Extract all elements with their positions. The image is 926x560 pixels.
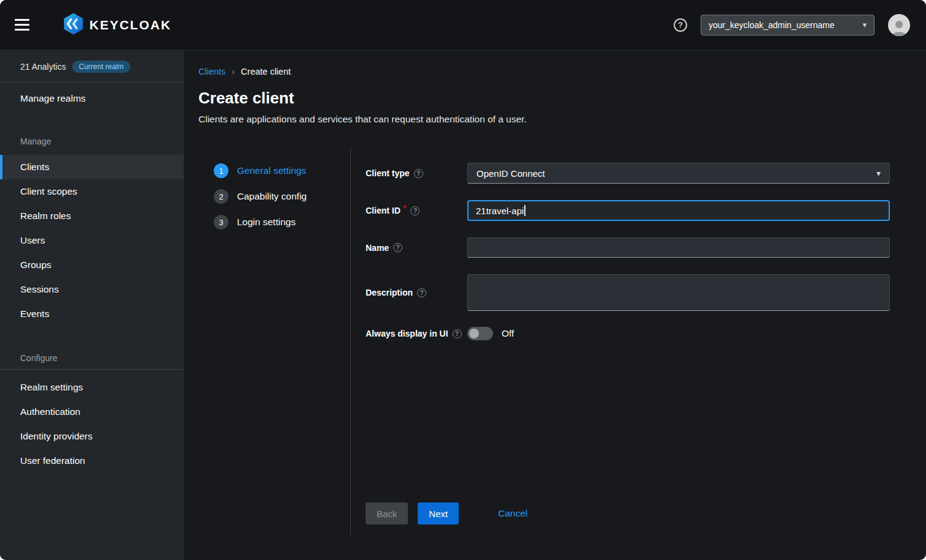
toggle-state-label: Off bbox=[502, 328, 514, 339]
description-row: Description ? bbox=[366, 274, 890, 311]
wizard-step-general-settings[interactable]: 1 General settings bbox=[214, 163, 350, 178]
always-display-toggle[interactable] bbox=[467, 327, 493, 340]
masthead-right: ? your_keycloak_admin_username ▾ bbox=[674, 14, 910, 36]
description-textarea[interactable] bbox=[467, 274, 890, 311]
description-label: Description ? bbox=[366, 288, 467, 297]
wizard-step-capability-config[interactable]: 2 Capability config bbox=[214, 189, 350, 204]
sidebar-item-identity-providers[interactable]: Identity providers bbox=[0, 424, 183, 449]
keycloak-logo: KEYCLOAK bbox=[61, 12, 171, 39]
nav-group-manage-label: Manage bbox=[0, 112, 183, 155]
required-asterisk: * bbox=[404, 204, 407, 212]
always-display-help-icon[interactable]: ? bbox=[453, 329, 462, 338]
wizard-step-login-settings[interactable]: 3 Login settings bbox=[214, 215, 350, 230]
client-id-label: Client ID * ? bbox=[366, 206, 467, 215]
wizard-steps: 1 General settings 2 Capability config 3… bbox=[198, 147, 351, 536]
configure-items: Realm settings Authentication Identity p… bbox=[0, 375, 183, 473]
breadcrumb-current: Create client bbox=[241, 67, 290, 77]
always-display-row: Always display in UI ? Off bbox=[366, 327, 890, 340]
sidebar-item-client-scopes[interactable]: Client scopes bbox=[0, 179, 183, 204]
always-display-label: Always display in UI ? bbox=[366, 329, 467, 338]
sidebar-item-authentication[interactable]: Authentication bbox=[0, 400, 183, 424]
name-input[interactable] bbox=[467, 237, 890, 258]
client-id-input[interactable]: 21travel-api bbox=[467, 200, 890, 221]
help-icon[interactable]: ? bbox=[674, 18, 687, 32]
client-id-help-icon[interactable]: ? bbox=[410, 206, 420, 215]
sidebar-item-events[interactable]: Events bbox=[0, 302, 183, 326]
step-number-badge: 2 bbox=[214, 189, 228, 204]
logo-text: KEYCLOAK bbox=[89, 18, 171, 32]
sidebar-divider bbox=[0, 369, 183, 370]
sidebar-item-realm-roles[interactable]: Realm roles bbox=[0, 204, 183, 228]
next-button[interactable]: Next bbox=[418, 502, 459, 525]
sidebar-item-users[interactable]: Users bbox=[0, 228, 183, 253]
toggle-knob bbox=[469, 329, 479, 338]
wizard-footer: Back Next Cancel bbox=[366, 502, 890, 525]
create-client-wizard: 1 General settings 2 Capability config 3… bbox=[198, 147, 926, 536]
realm-indicator: 21 Analytics Current realm bbox=[0, 50, 183, 82]
username-label: your_keycloak_admin_username bbox=[709, 20, 834, 30]
client-type-label: Client type ? bbox=[366, 168, 467, 178]
caret-down-icon: ▾ bbox=[876, 168, 881, 178]
current-realm-badge: Current realm bbox=[72, 61, 130, 73]
text-cursor bbox=[524, 205, 525, 216]
name-help-icon[interactable]: ? bbox=[393, 243, 402, 252]
keycloak-admin-console: KEYCLOAK ? your_keycloak_admin_username … bbox=[0, 0, 926, 560]
sidebar-divider bbox=[0, 82, 183, 83]
step-number-badge: 3 bbox=[214, 215, 228, 230]
page-title: Create client bbox=[198, 89, 926, 108]
client-id-row: Client ID * ? 21travel-api bbox=[366, 200, 890, 221]
masthead: KEYCLOAK ? your_keycloak_admin_username … bbox=[0, 0, 926, 50]
back-button[interactable]: Back bbox=[366, 502, 408, 525]
client-type-help-icon[interactable]: ? bbox=[414, 169, 423, 178]
name-label: Name ? bbox=[366, 243, 467, 253]
sidebar-item-realm-settings[interactable]: Realm settings bbox=[0, 375, 183, 400]
form-spacer bbox=[366, 357, 890, 502]
caret-down-icon: ▾ bbox=[862, 20, 867, 29]
general-settings-form: Client type ? OpenID Connect ▾ Client ID… bbox=[351, 147, 926, 536]
nav-group-configure-label: Configure bbox=[0, 326, 183, 369]
client-type-select[interactable]: OpenID Connect ▾ bbox=[467, 163, 890, 184]
description-help-icon[interactable]: ? bbox=[417, 288, 426, 297]
step-number-badge: 1 bbox=[214, 163, 228, 178]
sidebar-item-manage-realms[interactable]: Manage realms bbox=[0, 85, 183, 112]
breadcrumb: Clients › Create client bbox=[198, 66, 926, 77]
client-id-value: 21travel-api bbox=[476, 206, 524, 216]
client-type-row: Client type ? OpenID Connect ▾ bbox=[366, 163, 890, 184]
realm-name: 21 Analytics bbox=[20, 62, 66, 72]
main-content: Clients › Create client Create client Cl… bbox=[184, 50, 926, 560]
page-subtitle: Clients are applications and services th… bbox=[198, 114, 926, 125]
user-avatar[interactable] bbox=[888, 14, 910, 36]
keycloak-logo-icon bbox=[61, 12, 86, 39]
sidebar: 21 Analytics Current realm Manage realms… bbox=[0, 50, 184, 560]
chevron-right-icon: › bbox=[232, 66, 235, 77]
sidebar-item-sessions[interactable]: Sessions bbox=[0, 277, 183, 302]
cancel-link[interactable]: Cancel bbox=[498, 508, 527, 519]
name-row: Name ? bbox=[366, 237, 890, 258]
sidebar-item-clients[interactable]: Clients bbox=[0, 155, 183, 179]
username-dropdown[interactable]: your_keycloak_admin_username ▾ bbox=[701, 15, 875, 35]
nav-toggle-hamburger-icon[interactable] bbox=[15, 13, 39, 37]
breadcrumb-link-clients[interactable]: Clients bbox=[198, 67, 225, 77]
always-display-toggle-cell: Off bbox=[467, 327, 890, 340]
sidebar-item-groups[interactable]: Groups bbox=[0, 253, 183, 277]
client-type-selected-value: OpenID Connect bbox=[476, 168, 545, 179]
sidebar-item-user-federation[interactable]: User federation bbox=[0, 449, 183, 473]
